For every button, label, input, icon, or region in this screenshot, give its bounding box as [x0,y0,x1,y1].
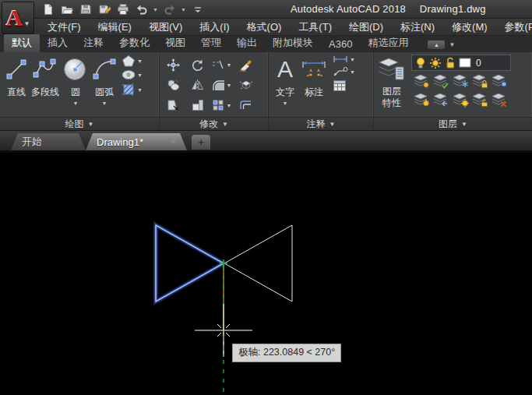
menu-item-3[interactable]: 插入(I) [191,19,238,36]
swatch-icon [459,58,471,68]
ribbon-tab-3[interactable]: 参数化 [111,34,157,52]
menu-bar: 文件(F)编辑(E)视图(V)插入(I)格式(O)工具(T)绘图(D)标注(N)… [0,19,532,36]
layer-on-icon [413,92,430,108]
white-triangle[interactable] [224,225,292,302]
redo-button[interactable] [162,2,178,17]
hatch-icon [122,83,136,97]
ribbon-tab-6[interactable]: 输出 [229,34,265,52]
ribbon-tab-5[interactable]: 管理 [193,34,229,52]
new-tab-button[interactable]: + [192,135,210,150]
stretch-button[interactable] [167,99,180,111]
ellipse-button[interactable]: ▼ [122,69,143,80]
annotate-dimension-button[interactable]: 标注 [298,55,329,117]
layer-unlock-button[interactable] [471,92,488,111]
annotate-text-button[interactable]: A文字▼ [272,55,298,117]
draw-polyline-button[interactable]: 多段线 [30,55,61,117]
draw-circle-button[interactable]: 圆▼ [61,55,90,117]
polyline-icon [33,58,58,81]
save-as-button[interactable] [97,2,112,17]
selected-triangle-glow[interactable] [156,225,224,302]
ribbon-tab-2[interactable]: 注释 [76,34,111,52]
ribbon-tab-0[interactable]: 默认 [4,34,40,52]
menu-item-0[interactable]: 文件(F) [39,19,90,36]
bulb-icon [415,57,426,69]
qat-overflow-button[interactable] [190,2,206,17]
layer-delete-button[interactable] [491,92,508,111]
title-bar: A ▼ ▼▼ Autodesk AutoCAD 2018 Drawing1.dw… [0,0,532,19]
menu-item-8[interactable]: 修改(M) [443,19,496,36]
ribbon-tab-8[interactable]: A360 [321,37,360,52]
svg-text:A: A [277,57,293,82]
annotate-side-column: ▼▼ [333,55,355,117]
application-menu-button[interactable]: A ▼ [2,2,34,34]
save-button[interactable] [78,2,93,17]
layer-properties-button[interactable]: 图层特性 [377,55,407,117]
ribbon-collapse-button[interactable]: ▲▼ [427,40,455,50]
copy-button[interactable] [167,79,180,91]
layer-isolate-button[interactable] [452,92,469,111]
menu-item-4[interactable]: 格式(O) [238,19,291,36]
array-button[interactable]: ▼ [212,99,232,111]
ribbon-tab-1[interactable]: 插入 [40,34,76,52]
print-button[interactable] [115,2,131,17]
menu-item-2[interactable]: 视图(V) [140,19,191,36]
erase-button[interactable] [239,58,252,72]
menu-item-7[interactable]: 标注(N) [392,19,443,36]
close-tab-icon[interactable]: × [171,136,176,147]
offset-button[interactable] [238,99,253,111]
table-button[interactable] [333,79,355,92]
layer-lock-button[interactable] [471,73,488,92]
file-tab-1[interactable]: Drawing1*× [86,133,187,150]
ribbon-tab-9[interactable]: 精选应用 [360,34,416,52]
mirror-button[interactable] [191,79,204,91]
layers-panel-title[interactable]: 图层▼ [374,117,532,130]
layer-previous-button[interactable] [432,92,449,111]
rotate-button[interactable] [191,58,204,72]
layer-make-current-icon [432,73,449,89]
folder-open-button[interactable] [59,2,75,17]
menu-item-6[interactable]: 绘图(D) [340,19,392,36]
crosshair-sparkle [217,324,221,328]
draw-arc-button[interactable]: 圆弧▼ [90,55,118,117]
toolbar-overflow-icon [192,4,203,15]
layer-freeze-button[interactable] [452,73,469,92]
document-title: Drawing1.dwg [420,3,486,15]
scale-button[interactable] [192,99,204,111]
save-as-icon [98,3,111,16]
selected-triangle-core[interactable] [156,225,224,302]
chevron-down-icon[interactable]: ▼ [153,7,159,12]
explode-button[interactable] [239,79,253,91]
chevron-down-icon[interactable]: ▼ [181,7,187,12]
draw-line-button[interactable]: 直线 [3,55,30,117]
menu-item-1[interactable]: 编辑(E) [90,19,140,36]
move-button[interactable] [167,58,180,72]
polygon-icon [122,55,136,67]
ribbon-tab-7[interactable]: 附加模块 [265,34,321,52]
file-new-button[interactable] [41,2,56,17]
file-tab-0[interactable]: 开始 [11,133,86,150]
layer-make-current-button[interactable] [432,73,449,92]
menu-item-5[interactable]: 工具(T) [290,19,340,36]
layer-freeze-off-button[interactable] [413,73,430,92]
dim-linear-button[interactable]: ▼ [333,55,355,64]
annotate-panel-title[interactable]: 注释▼ [269,117,373,130]
draw-panel-title[interactable]: 绘图▼ [0,117,159,130]
layer-select-dropdown[interactable]: 0 [411,55,511,71]
undo-button[interactable] [134,2,150,17]
trim-button[interactable]: ▼ [212,59,232,70]
menu-item-9[interactable]: 参数(P) [496,19,532,36]
hatch-button[interactable]: ▼ [122,83,143,97]
ribbon-tab-4[interactable]: 视图 [157,34,193,52]
layer-on-button[interactable] [413,92,430,111]
polygon-button[interactable]: ▼ [122,55,143,67]
ribbon: 直线多段线圆▼圆弧▼▼▼▼绘图▼▼▼▼修改▼A文字▼标注▼▼注释▼图层特性0图层… [0,52,532,131]
window-title: Autodesk AutoCAD 2018 Drawing1.dwg [291,3,486,15]
modify-panel-title[interactable]: 修改▼ [160,117,268,130]
selected-triangle[interactable] [156,225,224,302]
dimension-icon [300,57,328,82]
fillet-button[interactable]: ▼ [212,79,232,91]
rotate-icon [191,58,204,72]
drawing-area[interactable]: 极轴: 223.0849 < 270° [0,153,532,395]
leader-button[interactable]: ▼ [333,66,355,77]
layer-match-button[interactable] [491,73,508,92]
